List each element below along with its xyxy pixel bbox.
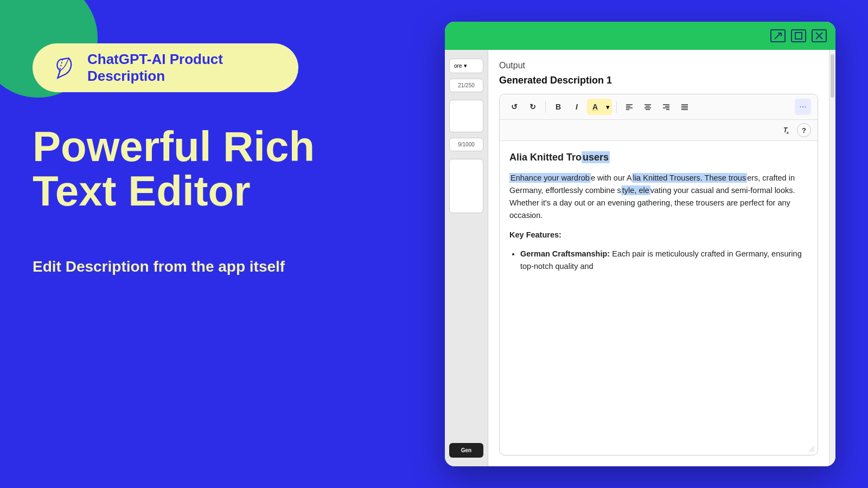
rte-content[interactable]: Alia Knitted Trousers Enhance your wardr…: [500, 141, 818, 455]
highlight-button[interactable]: A: [587, 99, 603, 115]
redo-button[interactable]: ↻: [525, 99, 541, 115]
sidebar-store-dropdown[interactable]: ore ▾: [449, 59, 483, 73]
toolbar-separator-1: [545, 101, 546, 113]
italic-button[interactable]: I: [569, 99, 585, 115]
sidebar-input-box-1[interactable]: [449, 100, 483, 132]
features-list: German Craftsmanship: Each pair is metic…: [520, 248, 808, 273]
char-counter-1: 21/250: [449, 79, 483, 92]
generated-desc-title: Generated Description 1: [499, 75, 818, 86]
close-button[interactable]: [812, 29, 827, 42]
key-features-label: Key Features:: [509, 229, 808, 241]
highlighted-desc-2: lia Knitted Trousers. These trous: [632, 173, 747, 183]
window-body: ore ▾ 21/250 9/1000 Gen Output Generated…: [445, 50, 835, 466]
more-options-button[interactable]: ···: [795, 99, 811, 115]
feather-icon: [48, 53, 78, 83]
maximize-button[interactable]: [791, 29, 806, 42]
minimize-button[interactable]: [770, 29, 786, 42]
svg-rect-4: [795, 33, 802, 39]
output-label: Output: [499, 61, 818, 70]
bold-button[interactable]: B: [550, 99, 566, 115]
app-window: ore ▾ 21/250 9/1000 Gen Output Generated…: [445, 22, 835, 466]
scrollbar[interactable]: [829, 50, 835, 466]
app-sidebar: ore ▾ 21/250 9/1000 Gen: [445, 50, 488, 466]
rte-toolbar-row2: Tx ?: [500, 120, 818, 141]
highlight-group: A ▾: [587, 99, 612, 115]
main-heading: Powerful Rich Text Editor: [33, 125, 347, 214]
align-left-button[interactable]: [621, 99, 637, 115]
sub-heading: Edit Description from the app itself: [33, 257, 347, 277]
left-panel: ChatGPT-AI Product Description Powerful …: [33, 33, 347, 277]
store-label: ore: [454, 63, 462, 69]
svg-rect-0: [48, 53, 78, 83]
highlighted-desc: Enhance your wardrob: [509, 173, 591, 183]
justify-button[interactable]: [676, 99, 693, 115]
resize-handle[interactable]: [807, 444, 814, 452]
product-description: Enhance your wardrobe with our Alia Knit…: [509, 172, 808, 222]
scroll-thumb[interactable]: [831, 54, 834, 98]
product-title: Alia Knitted Trousers: [509, 150, 808, 165]
window-titlebar: [445, 22, 835, 50]
app-main: Output Generated Description 1 ↺ ↻ B I A…: [488, 50, 829, 466]
feature-item-1: German Craftsmanship: Each pair is metic…: [520, 248, 808, 273]
toolbar-separator-2: [616, 101, 617, 113]
help-button[interactable]: ?: [797, 123, 811, 137]
dropdown-chevron: ▾: [464, 62, 467, 69]
svg-line-25: [813, 451, 814, 452]
align-right-button[interactable]: [658, 99, 674, 115]
sidebar-input-box-2[interactable]: [449, 159, 483, 213]
logo-badge: ChatGPT-AI Product Description: [33, 43, 298, 92]
undo-button[interactable]: ↺: [506, 99, 522, 115]
char-counter-2: 9/1000: [449, 138, 483, 151]
highlighted-desc-3: tyle, ele: [621, 185, 650, 195]
align-center-button[interactable]: [640, 99, 656, 115]
generate-button[interactable]: Gen: [449, 443, 483, 458]
rte-toolbar: ↺ ↻ B I A ▾: [500, 94, 818, 120]
clear-format-button[interactable]: Tx: [778, 122, 795, 138]
highlight-dropdown-arrow[interactable]: ▾: [603, 99, 612, 115]
rich-text-editor: ↺ ↻ B I A ▾: [499, 94, 818, 455]
logo-badge-text: ChatGPT-AI Product Description: [87, 51, 283, 85]
highlighted-title-text: users: [582, 151, 610, 163]
